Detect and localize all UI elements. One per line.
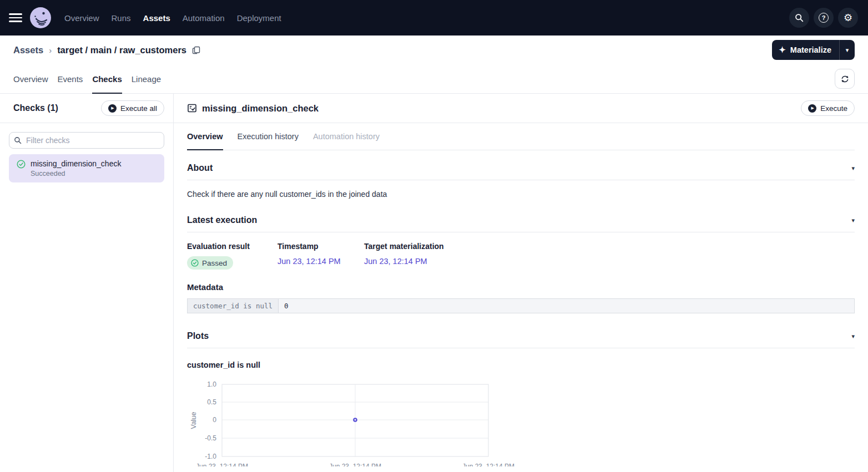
sparkle-icon: ✦ (779, 45, 786, 55)
check-detail-header: missing_dimension_check ▶ Execute (174, 94, 868, 123)
x-tick: Jun 23, 12:14 PM (329, 463, 381, 466)
nav-overview[interactable]: Overview (64, 13, 99, 23)
primary-nav: Overview Runs Assets Automation Deployme… (64, 13, 281, 23)
breadcrumb-asset-path: target / main / raw_customers (57, 45, 186, 55)
target-materialization-link[interactable]: Jun 23, 12:14 PM (364, 257, 427, 266)
check-title: missing_dimension_check (202, 103, 319, 114)
filter-checks-box (9, 132, 164, 149)
check-list-item[interactable]: missing_dimension_check Succeeded (9, 154, 164, 182)
materialize-split-button: ✦ Materialize ▾ (772, 40, 855, 60)
latest-execution-section-header: Latest execution ▾ (187, 215, 855, 232)
topbar-actions: ? ⚙ (789, 8, 858, 28)
plots-heading: Plots (187, 331, 209, 341)
y-tick: -0.5 (205, 434, 216, 442)
filter-checks-input[interactable] (9, 132, 164, 149)
passed-badge-label: Passed (202, 259, 227, 267)
check-item-name: missing_dimension_check (31, 159, 121, 168)
check-item-status: Succeeded (31, 170, 121, 177)
refresh-button[interactable] (835, 69, 855, 89)
tab-checks[interactable]: Checks (92, 64, 122, 93)
execute-all-button[interactable]: ▶ Execute all (101, 100, 164, 116)
metadata-heading: Metadata (187, 282, 855, 292)
check-tab-overview[interactable]: Overview (187, 123, 223, 150)
check-circle-icon (17, 160, 26, 169)
metadata-table: customer_id is null 0 (187, 298, 855, 313)
x-tick: Jun 23, 12:14 PM (196, 463, 248, 466)
timestamp-link[interactable]: Jun 23, 12:14 PM (277, 257, 341, 266)
execute-label: Execute (820, 104, 847, 113)
nav-assets[interactable]: Assets (143, 13, 170, 23)
check-detail-body: Overview Execution history Automation hi… (174, 123, 868, 472)
collapse-caret-icon[interactable]: ▾ (851, 333, 855, 340)
about-heading: About (187, 163, 213, 173)
search-button[interactable] (789, 8, 809, 28)
execute-button[interactable]: ▶ Execute (801, 100, 855, 116)
materialize-label: Materialize (790, 45, 831, 54)
materialize-button[interactable]: ✦ Materialize (772, 40, 839, 60)
materialize-dropdown-button[interactable]: ▾ (839, 40, 855, 60)
y-tick: 0.5 (207, 398, 216, 406)
gear-icon: ⚙ (844, 12, 852, 24)
search-icon (795, 13, 804, 22)
timestamp-header: Timestamp (277, 242, 364, 251)
copy-button[interactable] (192, 46, 200, 54)
check-circle-icon (191, 259, 199, 267)
tab-overview[interactable]: Overview (13, 64, 48, 93)
collapse-caret-icon[interactable]: ▾ (851, 217, 855, 224)
plots-section-header: Plots ▾ (187, 331, 855, 348)
check-tab-execution-history[interactable]: Execution history (238, 123, 299, 150)
plot-title: customer_id is null (187, 361, 855, 369)
check-tab-automation-history[interactable]: Automation history (313, 123, 380, 150)
play-circle-icon: ▶ (808, 104, 816, 113)
y-tick: 0 (213, 416, 216, 424)
asset-tabs-row: Overview Events Checks Lineage (0, 64, 868, 94)
copy-icon (192, 46, 200, 54)
metadata-row: customer_id is null 0 (188, 299, 855, 313)
x-tick: Jun 23, 12:14 PM (462, 463, 514, 466)
play-circle-icon: ▶ (108, 104, 117, 113)
metadata-key: customer_id is null (188, 299, 279, 313)
data-point (353, 418, 357, 422)
value-chart: Value 1.0 0.5 0 -0.5 -1.0 (187, 377, 855, 466)
breadcrumb-row: Assets › target / main / raw_customers ✦… (0, 35, 868, 64)
collapse-caret-icon[interactable]: ▾ (851, 165, 855, 172)
content-area: Checks (1) ▶ Execute all missing_dimensi… (0, 94, 868, 472)
breadcrumb-assets-link[interactable]: Assets (13, 45, 43, 55)
tab-events[interactable]: Events (58, 64, 83, 93)
top-navigation-bar: Overview Runs Assets Automation Deployme… (0, 0, 868, 35)
y-axis-label: Value (190, 412, 198, 429)
refresh-icon (840, 74, 850, 84)
dagster-logo[interactable] (30, 7, 51, 28)
latest-execution-heading: Latest execution (187, 215, 257, 225)
y-tick: 1.0 (207, 380, 216, 388)
help-icon: ? (819, 13, 829, 23)
target-materialization-header: Target materialization (364, 242, 444, 251)
checks-sidebar-header: Checks (1) ▶ Execute all (0, 94, 173, 123)
checks-count-title: Checks (1) (13, 103, 58, 113)
settings-button[interactable]: ⚙ (838, 8, 858, 28)
help-button[interactable]: ? (814, 8, 834, 28)
nav-automation[interactable]: Automation (183, 13, 225, 23)
nav-runs[interactable]: Runs (112, 13, 131, 23)
metadata-value: 0 (279, 299, 855, 313)
asset-check-icon (187, 103, 197, 113)
tab-lineage[interactable]: Lineage (132, 64, 161, 93)
check-detail-panel: missing_dimension_check ▶ Execute Overvi… (174, 94, 868, 472)
hamburger-menu-icon[interactable] (9, 11, 22, 24)
chevron-down-icon: ▾ (846, 47, 849, 54)
check-tabs: Overview Execution history Automation hi… (187, 123, 855, 150)
y-tick: -1.0 (205, 453, 216, 460)
execute-all-label: Execute all (120, 104, 157, 113)
nav-deployment[interactable]: Deployment (237, 13, 281, 23)
breadcrumb-chevron-icon: › (49, 45, 52, 55)
latest-execution-columns: Evaluation result Passed Timestamp J (187, 242, 855, 270)
about-section-header: About ▾ (187, 163, 855, 180)
passed-badge: Passed (187, 256, 233, 270)
evaluation-result-header: Evaluation result (187, 242, 277, 251)
check-description: Check if there are any null customer_ids… (187, 190, 855, 199)
search-icon (14, 136, 22, 144)
checks-sidebar: Checks (1) ▶ Execute all missing_dimensi… (0, 94, 174, 472)
